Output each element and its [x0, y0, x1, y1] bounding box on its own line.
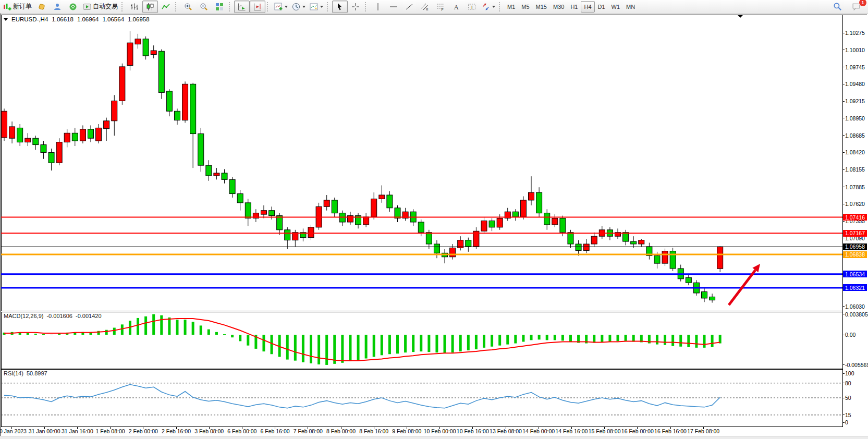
y-axis-label: 1.08950	[845, 115, 865, 121]
candle-down	[332, 200, 337, 213]
search-button[interactable]	[829, 1, 845, 13]
candle-up	[96, 128, 102, 141]
candle-up	[520, 200, 526, 217]
candle-up	[214, 173, 219, 176]
candle-down	[174, 111, 180, 120]
svg-text:A: A	[454, 3, 459, 10]
candle-up	[717, 247, 723, 269]
tab-timeframe-w1[interactable]: W1	[608, 1, 624, 13]
rsi-indicator-label: RSI(14) 50.8997	[4, 370, 47, 376]
text-button[interactable]: A	[448, 1, 464, 13]
candle-up	[151, 51, 156, 54]
autotrading-button[interactable]: 自动交易	[81, 1, 120, 13]
bar-chart-button[interactable]	[127, 1, 142, 13]
tab-timeframe-h4[interactable]: H4	[581, 1, 594, 13]
text-icon: A	[452, 3, 460, 11]
chat-button[interactable]: 1	[848, 1, 864, 13]
clock-icon	[292, 3, 300, 11]
macd-value: -0.001606	[46, 313, 72, 319]
tab-timeframe-m5[interactable]: M5	[518, 1, 532, 13]
chart-shift-button[interactable]	[250, 1, 265, 13]
tab-timeframe-m1[interactable]: M1	[504, 1, 518, 13]
macd-signal-line	[4, 319, 720, 361]
candle-down	[418, 222, 424, 233]
candle-up	[56, 142, 62, 163]
tab-timeframe-d1[interactable]: D1	[595, 1, 608, 13]
close-value: 1.06958	[128, 16, 150, 22]
chevron-down-icon	[302, 6, 305, 8]
chart-canvas[interactable]	[0, 14, 868, 439]
candle-up	[324, 200, 329, 206]
candle-down	[206, 165, 212, 176]
svg-text:F: F	[442, 7, 444, 11]
candle-down	[568, 233, 573, 244]
candle-up	[308, 227, 314, 238]
crosshair-button[interactable]	[348, 1, 363, 13]
candle-down	[158, 51, 164, 92]
toolbar-gripper	[499, 2, 502, 11]
one-click-trading-expander[interactable]	[4, 18, 8, 21]
rsi-axis-label: 15	[845, 412, 851, 418]
tile-windows-button[interactable]	[212, 1, 227, 13]
channel-button[interactable]: E	[417, 1, 433, 13]
arrows-button[interactable]	[480, 1, 497, 13]
market-watch-button[interactable]	[34, 1, 50, 13]
arrow-annotation[interactable]	[729, 264, 760, 305]
toolbar-gripper	[327, 2, 329, 11]
symbol-period-label: EURUSD-,H4	[11, 16, 48, 22]
price-tag-resistance: 1.07167	[843, 230, 867, 237]
candle-up	[363, 217, 369, 225]
tab-timeframe-h1[interactable]: H1	[567, 1, 581, 13]
svg-text:T: T	[471, 4, 474, 9]
templates-button[interactable]	[308, 1, 325, 13]
chart-shift-icon	[253, 3, 262, 11]
y-axis-label: 1.09215	[845, 98, 865, 104]
auto-scroll-button[interactable]	[234, 1, 250, 13]
candle-up	[261, 211, 266, 214]
candle-down	[269, 211, 275, 216]
window-left-border	[0, 14, 1, 439]
fibonacci-button[interactable]: F	[433, 1, 448, 13]
cursor-button[interactable]	[332, 1, 348, 13]
zoom-out-icon	[200, 3, 208, 11]
macd-histogram	[3, 314, 722, 365]
new-order-label: 新订单	[13, 2, 32, 11]
community-button[interactable]	[50, 1, 65, 13]
zoom-in-button[interactable]	[180, 1, 196, 13]
candle-down	[466, 240, 471, 247]
horizontal-line-button[interactable]	[386, 1, 401, 13]
tab-timeframe-m30[interactable]: M30	[550, 1, 567, 13]
tab-timeframe-mn[interactable]: MN	[623, 1, 638, 13]
toolbar-right-tools: 1	[829, 1, 864, 13]
candle-up	[379, 195, 385, 199]
signals-button[interactable]	[65, 1, 81, 13]
periods-button[interactable]	[290, 1, 308, 13]
new-order-button[interactable]: 新订单	[1, 1, 34, 13]
high-value: 1.06964	[77, 16, 99, 22]
text-label-button[interactable]: T	[464, 1, 480, 13]
candle-up	[639, 240, 644, 244]
candlestick-chart-button[interactable]	[142, 1, 158, 13]
pane-borders	[1, 15, 867, 427]
bottom-strip	[0, 436, 868, 439]
new-order-icon	[3, 3, 11, 11]
indicators-button[interactable]	[272, 1, 290, 13]
zoom-out-button[interactable]	[196, 1, 212, 13]
price-tag-pivot: 1.06838	[843, 251, 867, 258]
vertical-line-icon	[374, 3, 382, 11]
y-axis-label: 1.09745	[845, 64, 865, 70]
price-tag-support: 1.06534	[843, 271, 867, 277]
text-label-icon: T	[468, 3, 476, 11]
candle-up	[450, 248, 456, 257]
y-axis-label: 1.10010	[845, 47, 865, 53]
candle-up	[347, 216, 353, 222]
candlestick-icon	[146, 3, 154, 11]
candle-up	[25, 138, 31, 142]
candle-up	[119, 67, 125, 101]
tab-timeframe-m15[interactable]: M15	[533, 1, 550, 13]
line-chart-button[interactable]	[158, 1, 174, 13]
rsi-name: RSI(14)	[4, 370, 23, 376]
chart-scroll-marker[interactable]	[738, 15, 743, 18]
trendline-button[interactable]	[401, 1, 417, 13]
vertical-line-button[interactable]	[370, 1, 386, 13]
